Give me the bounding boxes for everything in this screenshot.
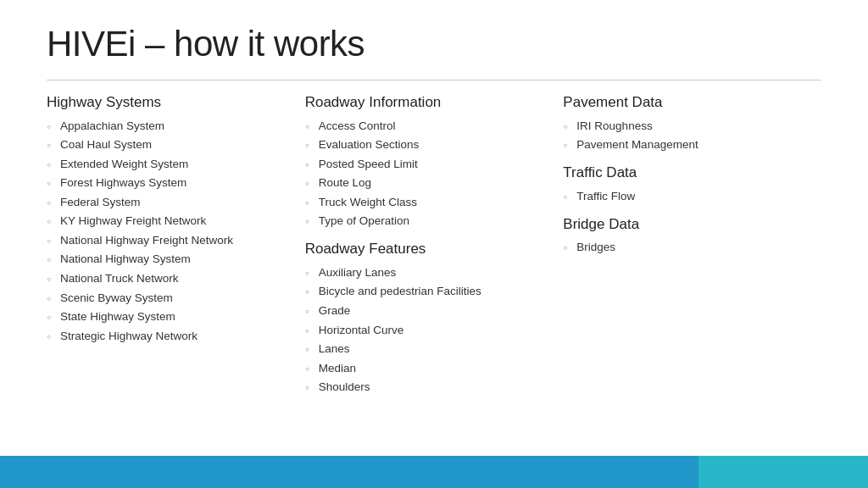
slide: HIVEi – how it works Highway Systems App… <box>0 0 868 488</box>
list-item: KY Highway Freight Network <box>47 212 305 231</box>
list-item: Grade <box>305 302 564 321</box>
roadway-info-list: Access Control Evaluation Sections Poste… <box>305 116 564 230</box>
footer-teal-bar <box>698 456 868 488</box>
list-item: Bridges <box>563 238 821 258</box>
traffic-data-heading: Traffic Data <box>563 164 821 181</box>
column-data: Pavement Data IRI Roughness Pavement Man… <box>563 94 821 265</box>
list-item: Pavement Management <box>563 136 821 155</box>
highway-systems-list: Appalachian System Coal Haul System Exte… <box>47 116 305 346</box>
pavement-data-list: IRI Roughness Pavement Management <box>563 116 821 154</box>
footer <box>0 456 868 488</box>
columns-container: Highway Systems Appalachian System Coal … <box>47 94 821 405</box>
list-item: Truck Weight Class <box>305 192 564 212</box>
list-item: Extended Weight System <box>47 154 305 174</box>
list-item: National Truck Network <box>47 269 305 289</box>
list-item: Posted Speed Limit <box>305 154 564 174</box>
list-item: Access Control <box>305 116 564 136</box>
roadway-info-heading: Roadway Information <box>305 94 564 111</box>
list-item: National Highway Freight Network <box>47 230 305 250</box>
column-highway-systems: Highway Systems Appalachian System Coal … <box>47 94 305 354</box>
list-item: Auxiliary Lanes <box>305 263 564 282</box>
list-item: Bicycle and pedestrian Facilities <box>305 282 564 302</box>
list-item: Route Log <box>305 174 564 193</box>
highway-systems-heading: Highway Systems <box>47 94 305 111</box>
list-item: Horizontal Curve <box>305 320 564 340</box>
roadway-features-list: Auxiliary Lanes Bicycle and pedestrian F… <box>305 263 564 396</box>
list-item: National Highway System <box>47 250 305 269</box>
bridge-data-heading: Bridge Data <box>563 216 821 233</box>
list-item: Type of Operation <box>305 212 564 231</box>
pavement-data-heading: Pavement Data <box>563 94 821 111</box>
list-item: Strategic Highway Network <box>47 326 305 346</box>
list-item: State Highway System <box>47 308 305 327</box>
list-item: Lanes <box>305 340 564 359</box>
list-item: Forest Highways System <box>47 174 305 193</box>
footer-blue-bar <box>0 456 698 488</box>
list-item: Appalachian System <box>47 116 305 136</box>
list-item: Scenic Byway System <box>47 288 305 308</box>
roadway-features-heading: Roadway Features <box>305 241 564 258</box>
traffic-data-list: Traffic Flow <box>563 186 821 206</box>
list-item: Median <box>305 358 564 378</box>
list-item: Shoulders <box>305 378 564 397</box>
slide-content: HIVEi – how it works Highway Systems App… <box>0 0 868 488</box>
slide-title: HIVEi – how it works <box>47 24 821 64</box>
column-roadway: Roadway Information Access Control Evalu… <box>305 94 564 405</box>
bridge-data-list: Bridges <box>563 238 821 258</box>
list-item: Federal System <box>47 192 305 212</box>
list-item: Evaluation Sections <box>305 136 564 155</box>
list-item: IRI Roughness <box>563 116 821 136</box>
divider <box>47 80 821 80</box>
list-item: Traffic Flow <box>563 186 821 206</box>
list-item: Coal Haul System <box>47 136 305 155</box>
